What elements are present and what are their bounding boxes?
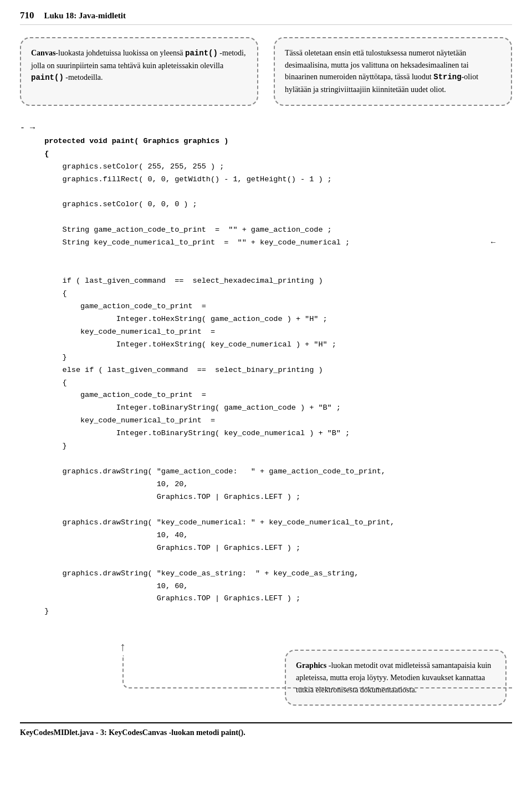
code-line-30: graphics.drawString( "key_code_numerical…: [35, 518, 395, 527]
code-line-34: graphics.drawString( "key_code_as_string…: [35, 569, 359, 578]
code-line-27: 10, 20,: [35, 480, 188, 488]
dashed-line-horizontal: [243, 687, 512, 688]
page-number: 710: [20, 10, 34, 21]
bottom-callout-text: Graphics -luokan metodit ovat midleteiss…: [296, 661, 491, 693]
code-area: - → protected void paint( Graphics graph…: [20, 123, 512, 631]
canvas-highlight: Canvas: [31, 49, 55, 57]
code-line-28: Graphics.TOP | Graphics.LEFT ) ;: [35, 493, 300, 501]
code-line-17: }: [35, 353, 67, 361]
footer: KeyCodesMIDlet.java - 3: KeyCodesCanvas …: [20, 722, 512, 737]
code-line-25: [35, 455, 40, 463]
page: 710 Luku 18: Java-midletit Canvas-luokas…: [0, 0, 532, 751]
code-arrow: - →: [20, 123, 35, 133]
code-line-5: [35, 187, 40, 196]
code-line-9-text: String key_code_numerical_to_print = "" …: [35, 237, 350, 249]
code-content: protected void paint( Graphics graphics …: [35, 123, 512, 631]
code-line-26: graphics.drawString( "game_action_code: …: [35, 467, 386, 476]
callout-right: Tässä oletetaan ensin että tulostuksessa…: [274, 37, 512, 106]
footer-text: KeyCodesMIDlet.java - 3: KeyCodesCanvas …: [20, 728, 245, 737]
string-highlight: String: [433, 73, 461, 81]
code-line-13: game_action_code_to_print =: [35, 302, 206, 310]
code-line-16: Integer.toHexString( key_code_numerical …: [35, 340, 336, 349]
graphics-highlight: Graphics: [296, 661, 326, 670]
code-line-8: String game_action_code_to_print = "" + …: [35, 226, 332, 234]
code-line-21: Integer.toBinaryString( game_action_code…: [35, 404, 341, 412]
code-line-35: 10, 60,: [35, 582, 188, 590]
code-line-29: [35, 506, 40, 514]
callout-right-text: Tässä oletetaan ensin että tulostuksessa…: [285, 49, 478, 94]
code-line-36: Graphics.TOP | Graphics.LEFT ) ;: [35, 594, 300, 603]
code-line-2: {: [35, 150, 49, 158]
code-line-10: [35, 264, 40, 272]
paint-code-2: paint(): [31, 73, 64, 82]
code-line-22: key_code_numerical_to_print =: [35, 416, 215, 425]
paint-code-1: paint(): [185, 49, 218, 58]
code-line-11: if ( last_given_command == select_hexade…: [35, 277, 323, 285]
page-title: Luku 18: Java-midletit: [44, 11, 126, 21]
code-line-6: graphics.setColor( 0, 0, 0 ) ;: [35, 200, 197, 208]
code-line-4: graphics.fillRect( 0, 0, getWidth() - 1,…: [35, 175, 332, 183]
code-line-14: Integer.toHexString( game_action_code ) …: [35, 315, 328, 323]
code-block: protected void paint( Graphics graphics …: [35, 123, 512, 631]
dashed-line-bottom: [122, 655, 244, 688]
callout-left-text: Canvas-luokasta johdetuissa luokissa on …: [31, 49, 245, 81]
code-line-15: key_code_numerical_to_print =: [35, 328, 215, 336]
code-line-18: else if ( last_given_command == select_b…: [35, 366, 323, 374]
code-line-1: protected void paint( Graphics graphics …: [35, 137, 228, 145]
code-line-24: }: [35, 442, 67, 450]
page-header: 710 Luku 18: Java-midletit: [20, 10, 512, 25]
callout-left: Canvas-luokasta johdetuissa luokissa on …: [20, 37, 258, 106]
code-line-7: [35, 213, 40, 221]
code-line-31: 10, 40,: [35, 531, 188, 539]
code-line-9: String key_code_numerical_to_print = "" …: [35, 237, 512, 249]
code-line-23: Integer.toBinaryString( key_code_numeric…: [35, 429, 350, 437]
callout-row: Canvas-luokasta johdetuissa luokissa on …: [20, 37, 512, 106]
code-line-37: }: [35, 607, 49, 615]
code-line-32: Graphics.TOP | Graphics.LEFT ) ;: [35, 544, 300, 552]
bottom-section: ↑ Graphics -luokan metodit ovat midletei…: [20, 641, 512, 706]
code-line-9-arrow: ←: [482, 237, 512, 249]
bottom-callout: Graphics -luokan metodit ovat midleteiss…: [285, 650, 507, 706]
code-line-20: game_action_code_to_print =: [35, 391, 206, 399]
code-line-33: [35, 557, 40, 565]
code-line-3: graphics.setColor( 255, 255, 255 ) ;: [35, 162, 224, 171]
code-line-12: {: [35, 289, 67, 298]
code-line-19: {: [35, 379, 67, 387]
